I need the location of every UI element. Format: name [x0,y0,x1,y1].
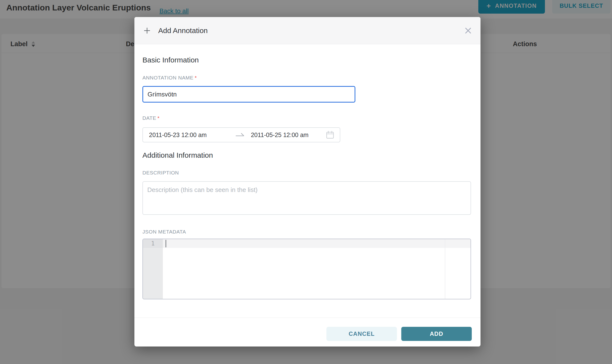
description-textarea[interactable] [143,181,471,215]
date-label: DATE* [143,115,160,121]
modal-body: Basic Information ANNOTATION NAME* DATE*… [134,44,481,318]
required-asterisk: * [157,115,160,121]
editor-print-margin-line [445,239,445,299]
annotation-name-input[interactable] [143,86,355,103]
description-label: DESCRIPTION [143,170,179,176]
modal-header: Add Annotation [134,17,481,44]
editor-text-caret [166,240,166,247]
modal-footer: CANCEL ADD [134,318,481,347]
date-range-picker[interactable]: 2011-05-23 12:00 am 2011-05-25 12:00 am [143,127,340,143]
close-icon[interactable] [465,27,472,34]
add-button[interactable]: ADD [401,327,472,341]
calendar-icon[interactable] [326,131,334,139]
json-metadata-label: JSON METADATA [143,229,186,235]
swap-right-arrow-icon [235,132,245,138]
modal-title: Add Annotation [158,26,208,35]
date-end-value[interactable]: 2011-05-25 12:00 am [251,131,308,139]
required-asterisk: * [195,75,197,80]
annotation-name-label: ANNOTATION NAME* [143,75,197,81]
section-basic-information: Basic Information [143,56,199,64]
add-annotation-modal: Add Annotation Basic Information ANNOTAT… [134,17,481,347]
plus-icon [143,27,151,35]
cancel-button[interactable]: CANCEL [326,327,397,341]
editor-line-number: 1 [143,240,163,247]
json-metadata-editor[interactable]: 1 [143,239,471,299]
editor-gutter [143,239,163,299]
section-additional-information: Additional Information [143,151,213,159]
editor-active-line [163,239,470,248]
date-start-value[interactable]: 2011-05-23 12:00 am [149,131,207,139]
